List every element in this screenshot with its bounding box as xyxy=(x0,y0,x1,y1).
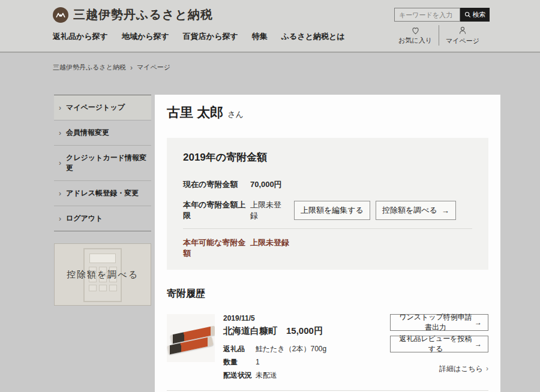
deduction-check-banner[interactable]: 控除額を調べる xyxy=(54,243,151,306)
nav-item-features[interactable]: 特集 xyxy=(252,31,268,42)
detail-link-label: 詳細はこちら xyxy=(439,364,483,373)
nav-item-about[interactable]: ふるさと納税とは xyxy=(281,31,345,42)
search-button-label: 検索 xyxy=(473,10,486,19)
mypage-label: マイページ xyxy=(446,37,479,46)
field-value: 鮭たたき（2本）700g xyxy=(256,342,326,355)
utility-divider xyxy=(439,25,439,46)
breadcrumb-current: マイページ xyxy=(137,63,170,72)
sidebar-item-label: アドレス帳登録・変更 xyxy=(66,188,139,198)
chevron-right-icon: › xyxy=(59,129,61,137)
nav-item-products[interactable]: 返礼品から探す xyxy=(53,31,108,42)
content-area: › マイページトップ › 会員情報変更 › クレジットカード情報変更 › アドレ… xyxy=(54,95,500,392)
nav-item-department-store[interactable]: 百貨店から探す xyxy=(183,31,238,42)
summary-title: 2019年の寄附金額 xyxy=(183,150,472,164)
site-header: 三越伊勢丹ふるさと納税 検索 返礼品から探す 地域から探す 百貨店から探す 特集… xyxy=(0,0,540,53)
sidebar-menu: › マイページトップ › 会員情報変更 › クレジットカード情報変更 › アドレ… xyxy=(54,95,151,231)
entry-field-shipping: 配送状況 未配送 xyxy=(223,369,390,382)
current-donation-value: 70,000円 xyxy=(250,179,282,190)
check-deduction-button[interactable]: 控除額を調べる → xyxy=(376,201,456,220)
sidebar-item-label: クレジットカード情報変更 xyxy=(66,153,148,173)
chevron-right-icon: › xyxy=(59,189,61,198)
sidebar-item-label: 会員情報変更 xyxy=(66,128,109,138)
entry-info: 2019/11/5 北海道白糠町 15,000円 返礼品 鮭たたき（2本）700… xyxy=(223,314,390,382)
arrow-right-icon: → xyxy=(442,206,449,215)
history-title: 寄附履歴 xyxy=(167,288,488,300)
user-icon xyxy=(458,26,467,35)
user-name-heading: 古里 太郎 さん xyxy=(167,104,488,122)
mypage-panel: 古里 太郎 さん 2019年の寄附金額 現在の寄附金額 70,000円 本年の寄… xyxy=(155,95,500,392)
sidebar-item-credit-card[interactable]: › クレジットカード情報変更 xyxy=(54,146,151,181)
field-value: 1 xyxy=(256,355,260,369)
nav-item-region[interactable]: 地域から探す xyxy=(122,31,169,42)
site-logo[interactable]: 三越伊勢丹ふるさと納税 xyxy=(53,7,213,23)
search-button[interactable]: 検索 xyxy=(460,8,490,22)
current-donation-row: 現在の寄附金額 70,000円 xyxy=(183,177,472,192)
available-donation-value: 上限未登録 xyxy=(250,237,289,259)
heart-icon xyxy=(410,26,421,35)
detail-link[interactable]: 詳細はこちら› xyxy=(390,364,488,374)
search-input[interactable] xyxy=(394,8,460,22)
donation-limit-value: 上限未登録 xyxy=(250,200,289,221)
user-honorific: さん xyxy=(227,109,244,120)
chevron-right-icon: › xyxy=(486,364,488,373)
available-donation-row: 本年可能な寄附金額 上限未登録 xyxy=(183,237,472,259)
chevron-right-icon: › xyxy=(59,159,61,167)
sidebar-item-mypage-top[interactable]: › マイページトップ xyxy=(54,95,151,120)
edit-limit-button[interactable]: 上限額を編集する xyxy=(294,201,370,220)
sidebar-item-label: マイページトップ xyxy=(66,102,125,113)
sidebar-item-label: ログアウト xyxy=(66,213,103,224)
post-review-button[interactable]: 返礼品レビューを投稿する → xyxy=(390,336,488,352)
breadcrumb-separator-icon: › xyxy=(130,64,133,72)
entry-field-gift: 返礼品 鮭たたき（2本）700g xyxy=(223,342,390,355)
field-value: 未配送 xyxy=(256,369,277,382)
favorites-link[interactable]: お気に入り xyxy=(397,26,434,45)
summary-divider xyxy=(183,228,472,229)
onestop-application-button[interactable]: ワンストップ特例申請書出力 → xyxy=(390,314,488,331)
entry-date: 2019/11/5 xyxy=(223,314,390,322)
button-label: ワンストップ特例申請書出力 xyxy=(397,312,475,333)
donation-limit-row: 本年の寄附金額上限 上限未登録 上限額を編集する 控除額を調べる → xyxy=(183,200,472,221)
banner-label: 控除額を調べる xyxy=(55,244,151,305)
favorites-label: お気に入り xyxy=(398,36,432,45)
edit-limit-label: 上限額を編集する xyxy=(301,205,364,216)
available-donation-label: 本年可能な寄附金額 xyxy=(183,237,250,259)
chevron-right-icon: › xyxy=(59,215,61,223)
donation-entry: 2019/11/5 北海道白糠町 15,000円 返礼品 鮭たたき（2本）700… xyxy=(167,306,488,390)
button-label: 返礼品レビューを投稿する xyxy=(397,334,475,354)
user-name: 古里 太郎 xyxy=(167,104,223,122)
product-thumbnail-salmon xyxy=(167,314,215,362)
search-bar: 検索 xyxy=(394,8,490,22)
donation-summary-box: 2019年の寄附金額 現在の寄附金額 70,000円 本年の寄附金額上限 上限未… xyxy=(167,138,488,270)
entry-field-quantity: 数量 1 xyxy=(223,355,390,369)
field-label: 返礼品 xyxy=(223,342,256,355)
field-label: 数量 xyxy=(223,355,256,369)
donation-limit-label: 本年の寄附金額上限 xyxy=(183,200,250,221)
arrow-right-icon: → xyxy=(475,340,482,348)
current-donation-label: 現在の寄附金額 xyxy=(183,179,250,190)
mypage-link[interactable]: マイページ xyxy=(444,26,481,46)
check-deduction-label: 控除額を調べる xyxy=(382,205,437,216)
sidebar-item-address-book[interactable]: › アドレス帳登録・変更 xyxy=(54,181,151,206)
chevron-right-icon: › xyxy=(59,104,61,112)
entry-title: 北海道白糠町 15,000円 xyxy=(223,325,390,337)
search-icon xyxy=(464,11,471,18)
mypage-sidebar: › マイページトップ › 会員情報変更 › クレジットカード情報変更 › アドレ… xyxy=(54,95,151,306)
breadcrumb-home[interactable]: 三越伊勢丹ふるさと納税 xyxy=(53,63,126,72)
breadcrumb: 三越伊勢丹ふるさと納税 › マイページ xyxy=(53,63,540,72)
main-nav: 返礼品から探す 地域から探す 百貨店から探す 特集 ふるさと納税とは xyxy=(53,31,345,42)
brand-name: 三越伊勢丹ふるさと納税 xyxy=(73,7,213,23)
sidebar-item-logout[interactable]: › ログアウト xyxy=(54,206,151,231)
header-utilities: お気に入り マイページ xyxy=(397,25,481,46)
arrow-right-icon: → xyxy=(475,318,482,327)
brand-mountain-icon xyxy=(53,7,68,23)
sidebar-item-member-info[interactable]: › 会員情報変更 xyxy=(54,120,151,146)
entry-actions: ワンストップ特例申請書出力 → 返礼品レビューを投稿する → 詳細はこちら› xyxy=(390,314,488,382)
field-label: 配送状況 xyxy=(223,369,256,382)
